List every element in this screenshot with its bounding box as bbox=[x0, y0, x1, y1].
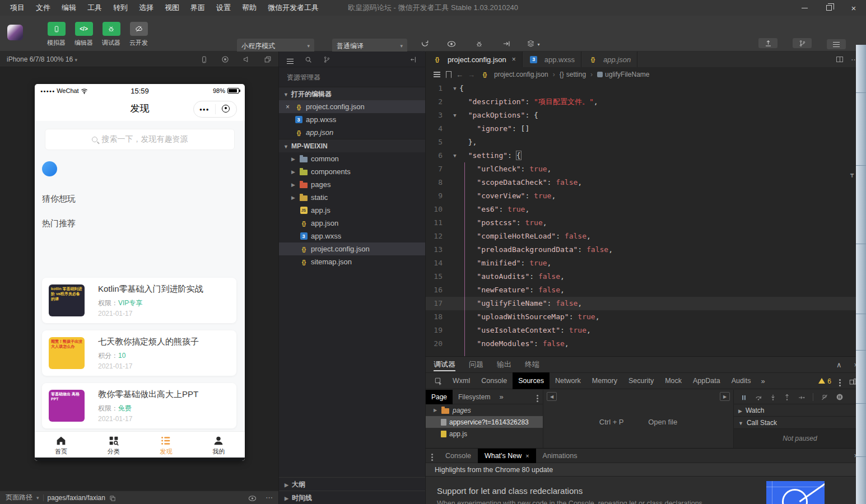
drawer-tab-what-s-new[interactable]: What's New× bbox=[478, 449, 536, 463]
tree-item[interactable]: {}app.json bbox=[279, 217, 425, 230]
devtools-tab-memory[interactable]: Memory bbox=[586, 372, 623, 389]
mode-button-bug[interactable]: 调试器 bbox=[97, 22, 125, 47]
menu-item-3[interactable]: 编辑 bbox=[56, 0, 82, 16]
search-icon[interactable] bbox=[305, 55, 312, 63]
tree-section-header[interactable]: ▼打开的编辑器 bbox=[279, 87, 425, 100]
inspect-icon[interactable] bbox=[430, 376, 447, 385]
editor-tab[interactable]: {}app.json bbox=[581, 52, 637, 67]
show-debugger-icon[interactable]: ▶ bbox=[720, 392, 730, 401]
tree-item[interactable]: {}app.json bbox=[279, 126, 425, 139]
tab-person[interactable]: 我的 bbox=[192, 432, 245, 458]
capsule-close-button[interactable] bbox=[216, 105, 237, 114]
overflow-tabs-icon[interactable]: » bbox=[756, 377, 769, 385]
pause-icon[interactable] bbox=[741, 393, 747, 401]
git-branch-icon[interactable] bbox=[323, 55, 330, 63]
menu-item-7[interactable]: 视图 bbox=[159, 0, 185, 16]
menu-item-5[interactable]: 转到 bbox=[108, 0, 133, 16]
copy-icon[interactable] bbox=[109, 493, 116, 502]
editor-tab[interactable]: 3app.wxss bbox=[523, 52, 581, 67]
tree-item[interactable]: {}sitemap.json bbox=[279, 255, 425, 268]
tree-item[interactable]: 3app.wxss bbox=[279, 113, 425, 126]
hide-navigator-icon[interactable]: ◀ bbox=[547, 392, 557, 401]
devtools-tab-wxml[interactable]: Wxml bbox=[447, 372, 476, 389]
breadcrumb-property[interactable]: uglifyFileName bbox=[597, 71, 649, 78]
breadcrumb-file[interactable]: {}project.config.json bbox=[479, 71, 548, 78]
page-path-label[interactable]: 页面路径 bbox=[6, 493, 32, 502]
devtools-tab-security[interactable]: Security bbox=[623, 372, 659, 389]
navigator-tab-page[interactable]: Page bbox=[426, 390, 453, 404]
drawer-tab-animations[interactable]: Animations bbox=[536, 449, 584, 463]
mode-button-phone[interactable]: 模拟器 bbox=[43, 22, 70, 47]
collapse-icon[interactable]: ∧ bbox=[836, 361, 842, 369]
kebab-menu-icon[interactable] bbox=[426, 451, 439, 460]
multi-window-icon[interactable] bbox=[264, 54, 272, 63]
kebab-menu-icon[interactable] bbox=[839, 377, 841, 385]
menu-item-6[interactable]: 选择 bbox=[133, 0, 159, 16]
menu-item-2[interactable]: 文件 bbox=[30, 0, 56, 16]
shortcut-action[interactable]: Open file bbox=[648, 418, 677, 426]
tab-discover[interactable]: 发现 bbox=[140, 432, 193, 458]
debugger-tab-终端[interactable]: 终端 bbox=[525, 357, 539, 372]
more-button[interactable]: ●●● bbox=[194, 107, 215, 112]
sound-icon[interactable] bbox=[243, 54, 250, 63]
close-icon[interactable]: × bbox=[525, 449, 529, 463]
file-list-icon[interactable] bbox=[287, 55, 294, 63]
step-icon[interactable] bbox=[798, 393, 806, 401]
debugger-tab-调试器[interactable]: 调试器 bbox=[434, 357, 455, 372]
footer-section-outline[interactable]: ▶大纲 bbox=[279, 477, 425, 491]
menu-item-1[interactable]: 项目 bbox=[4, 0, 30, 16]
close-button[interactable]: × bbox=[841, 0, 866, 16]
warning-badge[interactable]: 6 bbox=[818, 377, 831, 385]
device-frame-icon[interactable] bbox=[201, 54, 208, 63]
article-title[interactable]: Support for let and class redeclarations bbox=[437, 486, 583, 496]
overflow-tabs-icon[interactable]: » bbox=[496, 393, 506, 401]
devtools-tab-console[interactable]: Console bbox=[476, 372, 513, 389]
devtools-tab-audits[interactable]: Audits bbox=[726, 372, 757, 389]
devtools-tab-appdata[interactable]: AppData bbox=[687, 372, 726, 389]
step-out-icon[interactable] bbox=[784, 393, 790, 401]
footer-section-timeline[interactable]: ▶时间线 bbox=[279, 491, 425, 504]
search-input[interactable]: 搜索一下，发现有趣资源 bbox=[45, 129, 235, 150]
collapse-panel-icon[interactable] bbox=[410, 55, 417, 63]
sources-tree-item[interactable]: app.js bbox=[426, 428, 543, 440]
devtools-tab-network[interactable]: Network bbox=[550, 372, 586, 389]
editor-tab[interactable]: {}project.config.json× bbox=[426, 52, 523, 67]
close-icon[interactable]: × bbox=[512, 55, 516, 63]
debugger-tab-问题[interactable]: 问题 bbox=[469, 357, 483, 372]
minimize-button[interactable] bbox=[792, 0, 817, 16]
more-options-icon[interactable]: ⋯ bbox=[266, 493, 273, 502]
devtools-tab-sources[interactable]: Sources bbox=[513, 372, 550, 389]
tab-home[interactable]: 首页 bbox=[35, 432, 87, 458]
tree-item[interactable]: ▶static bbox=[279, 191, 425, 204]
navigator-tab-filesystem[interactable]: Filesystem bbox=[453, 390, 496, 404]
card-item[interactable]: 零基础做出 高格PPT教你零基础做出高大上PPT权限：免费2021-01-17 bbox=[42, 383, 236, 428]
sources-tree-item[interactable]: appservice?t=1614326283 bbox=[426, 416, 543, 428]
card-item[interactable]: kotlin 零基础到进阶 va程序员必备的课Kotlin零基础入门到进阶实战权… bbox=[42, 278, 236, 323]
tree-item[interactable]: ▶pages bbox=[279, 178, 425, 191]
page-scrollbar[interactable] bbox=[856, 45, 866, 504]
card-item[interactable]: 期荒！熊孩子出没 大人该怎么办七天教你搞定烦人的熊孩子积分：102021-01-… bbox=[42, 330, 236, 376]
restore-button[interactable] bbox=[817, 0, 841, 16]
tree-section-header[interactable]: ▼MP-WEIXIN bbox=[279, 139, 425, 152]
eye-icon[interactable] bbox=[248, 493, 257, 502]
forward-icon[interactable]: → bbox=[468, 71, 475, 79]
split-editor-icon[interactable] bbox=[836, 57, 843, 62]
tree-item[interactable]: ▶components bbox=[279, 165, 425, 178]
watch-section[interactable]: ▶Watch bbox=[734, 404, 866, 417]
menu-item-11[interactable]: 微信开发者工具 bbox=[262, 0, 324, 16]
tab-grid[interactable]: 分类 bbox=[87, 432, 140, 458]
user-avatar-dot[interactable] bbox=[42, 161, 57, 176]
mode-button-code[interactable]: </>编辑器 bbox=[70, 22, 97, 47]
device-selector[interactable]: iPhone 6/7/8 100% 16 ▾ bbox=[7, 55, 77, 63]
code-editor[interactable]: ┳ 1▼{2 "description": "项目配置文件。",3▼ "pack… bbox=[426, 82, 866, 356]
record-icon[interactable] bbox=[221, 54, 229, 63]
outline-icon[interactable] bbox=[434, 74, 440, 75]
kebab-menu-icon[interactable] bbox=[537, 393, 543, 401]
avatar[interactable] bbox=[7, 25, 23, 40]
breadcrumb-setting[interactable]: {}setting bbox=[560, 71, 586, 78]
bookmark-icon[interactable] bbox=[446, 71, 451, 78]
tree-item[interactable]: ▶common bbox=[279, 152, 425, 165]
sources-tree-item[interactable]: ▶pages bbox=[426, 404, 543, 416]
tree-item[interactable]: {}project.config.json bbox=[279, 242, 425, 255]
pause-on-exceptions-icon[interactable] bbox=[836, 393, 844, 402]
